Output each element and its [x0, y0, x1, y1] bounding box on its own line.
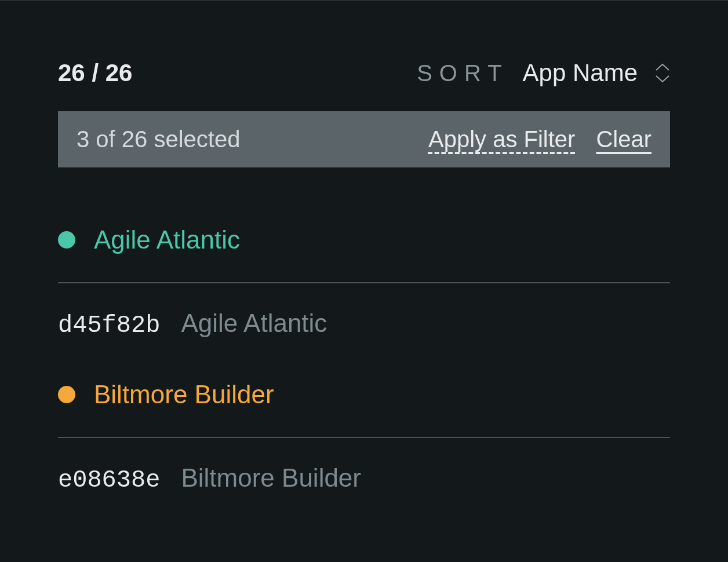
main-container: 26 / 26 SORT App Name 3 of 26 selected A… [0, 1, 728, 494]
group-title: Biltmore Builder [94, 380, 274, 409]
status-dot-icon [58, 231, 75, 249]
list-item[interactable]: e08638e Biltmore Builder [58, 464, 670, 494]
sort-label: SORT [417, 60, 508, 86]
chevron-up-icon [655, 63, 670, 71]
selection-actions: Apply as Filter Clear [428, 126, 651, 152]
item-id: d45f82b [58, 312, 160, 340]
divider [58, 282, 670, 283]
selection-count: 3 of 26 selected [77, 126, 240, 152]
item-id: e08638e [58, 466, 160, 494]
group-header[interactable]: Biltmore Builder [58, 380, 670, 409]
clear-button[interactable]: Clear [596, 126, 651, 152]
item-name: Biltmore Builder [181, 464, 361, 492]
selection-bar: 3 of 26 selected Apply as Filter Clear [58, 111, 670, 167]
group-biltmore-builder: Biltmore Builder e08638e Biltmore Builde… [58, 380, 670, 494]
list-item[interactable]: d45f82b Agile Atlantic [58, 309, 670, 340]
sort-value: App Name [523, 59, 638, 87]
chevron-down-icon [655, 75, 670, 83]
group-header[interactable]: Agile Atlantic [58, 225, 670, 254]
group-agile-atlantic: Agile Atlantic d45f82b Agile Atlantic [58, 225, 670, 340]
divider [58, 437, 670, 438]
result-count: 26 / 26 [58, 59, 132, 87]
sort-control[interactable]: SORT App Name [417, 59, 670, 87]
item-name: Agile Atlantic [181, 309, 327, 338]
header-row: 26 / 26 SORT App Name [58, 59, 670, 87]
sort-arrows-icon[interactable] [655, 63, 670, 83]
apply-filter-button[interactable]: Apply as Filter [428, 126, 575, 152]
status-dot-icon [58, 386, 75, 403]
group-title: Agile Atlantic [94, 225, 240, 254]
